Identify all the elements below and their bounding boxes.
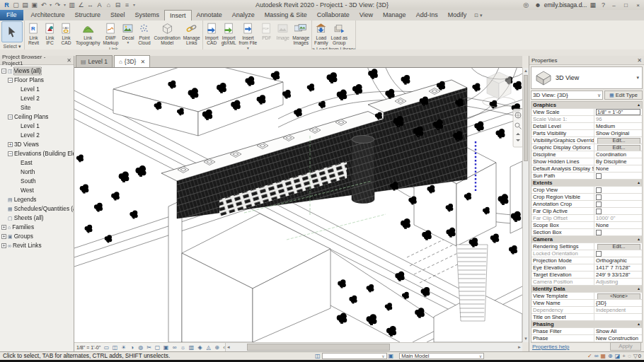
expand-icon[interactable]: + xyxy=(8,142,13,147)
browser-item-sheets-all[interactable]: ▢Sheets (all) xyxy=(0,214,74,223)
browser-item-east[interactable]: East xyxy=(0,158,74,168)
property-row-title-on-sheet[interactable]: Title on Sheet xyxy=(531,314,642,321)
checkbox-section-box[interactable] xyxy=(596,230,602,235)
link-topography-button[interactable]: LinkTopography xyxy=(74,21,101,46)
property-row-phase-filter[interactable]: Phase FilterShow All xyxy=(531,328,642,335)
coordination-model-button[interactable]: CoordinationModel xyxy=(152,21,181,46)
browser-item-elevations-building-elevation[interactable]: −Elevations (Building Elevation) xyxy=(0,149,74,158)
ribbon-tab-collaborate[interactable]: Collaborate xyxy=(312,10,355,21)
vertical-scroll-thumb[interactable] xyxy=(524,75,528,161)
print-icon[interactable]: ▥ xyxy=(67,1,76,9)
background-processes-icon[interactable]: ◌ xyxy=(628,353,631,359)
analytical-model-icon[interactable]: ◬ xyxy=(205,344,212,351)
view-tab-level-1[interactable]: ▤Level 1 xyxy=(76,55,113,67)
browser-item-level-2[interactable]: Level 2 xyxy=(0,131,74,140)
worksharing-display-icon[interactable]: ▥ xyxy=(188,344,195,351)
import-cad-button[interactable]: ImportCAD xyxy=(204,21,220,50)
scroll-down-icon[interactable]: ▼ xyxy=(523,336,529,342)
ribbon-tab-analyze[interactable]: Analyze xyxy=(227,10,260,21)
property-button-visibility-graphics-overrides[interactable]: Edit... xyxy=(597,138,640,144)
section-collapse-icon[interactable]: ▴ xyxy=(638,236,642,243)
browser-item-level-1[interactable]: Level 1 xyxy=(0,85,74,94)
property-row-target-elevation[interactable]: Target Elevation249' 9 33/128" xyxy=(531,272,642,279)
instance-selector[interactable]: 3D View: {3D} ∨ xyxy=(531,90,603,100)
vertical-scrollbar[interactable]: ▲ ▼ xyxy=(522,68,529,342)
modify-button[interactable] xyxy=(1,21,23,42)
property-row-section-box[interactable]: Section Box xyxy=(531,229,642,236)
minimize-button[interactable]: – xyxy=(608,2,620,8)
type-selector[interactable]: 3D View ▾ xyxy=(531,66,643,89)
property-row-discipline[interactable]: DisciplineCoordination xyxy=(531,151,642,158)
editable-only-icon[interactable]: ✓ xyxy=(587,353,592,359)
undo-menu-icon[interactable]: ▾ xyxy=(48,1,53,9)
checkbox-far-clip-active[interactable] xyxy=(596,209,602,214)
checkbox-crop-view[interactable] xyxy=(596,187,602,193)
detail-level-icon[interactable]: ▭ xyxy=(103,344,110,351)
edit-type-button[interactable]: ▦ Edit Type xyxy=(604,90,643,100)
browser-item-level-2[interactable]: Level 2 xyxy=(0,94,74,103)
show-crop-region-icon[interactable]: ▢ xyxy=(154,344,161,351)
view-tab-3d[interactable]: ⌂{3D}✕ xyxy=(114,55,150,67)
property-input-view-scale[interactable]: 1/8" = 1'-0" xyxy=(596,109,640,115)
visual-style-icon[interactable]: ◫ xyxy=(111,344,119,351)
collapse-icon[interactable]: − xyxy=(8,115,13,119)
measure-icon[interactable]: ∠ xyxy=(76,1,86,9)
property-button-view-template[interactable]: <None> xyxy=(597,293,640,299)
view-tab-close-icon[interactable]: ✕ xyxy=(140,59,145,65)
browser-item-south[interactable]: South xyxy=(0,177,74,186)
design-option-select[interactable]: Main Model ∨ xyxy=(399,353,484,359)
unlock-view-icon[interactable]: ▣ xyxy=(162,344,170,351)
property-row-detail-level[interactable]: Detail LevelMedium xyxy=(531,123,642,130)
link-ifc-button[interactable]: LinkIFC xyxy=(42,21,58,46)
property-row-dependency[interactable]: DependencyIndependent xyxy=(531,307,642,314)
redo-menu-icon[interactable]: ▾ xyxy=(62,1,67,9)
project-browser-close-icon[interactable]: ✕ xyxy=(67,57,71,64)
account-icon[interactable]: ☻ xyxy=(534,1,541,8)
ribbon-tab-manage[interactable]: Manage xyxy=(378,10,411,21)
thin-lines-icon[interactable]: ≡ xyxy=(122,1,132,9)
type-selector-dropdown-icon[interactable]: ▾ xyxy=(636,75,639,81)
ribbon-tab-steel[interactable]: Steel xyxy=(105,10,130,21)
dimension-icon[interactable]: ↔ xyxy=(86,1,95,9)
horizontal-scrollbar[interactable]: ◄ ► xyxy=(225,343,522,351)
select-pinned-icon[interactable]: ⊕ xyxy=(608,353,613,359)
property-row-visibility-graphics-overrides[interactable]: Visibility/Graphics OverridesEdit... xyxy=(531,137,642,144)
property-row-view-name[interactable]: View Name{3D} xyxy=(531,300,642,307)
ribbon-tab-insert[interactable]: Insert xyxy=(164,10,192,21)
property-row-far-clip-offset[interactable]: Far Clip Offset1000' 0" xyxy=(531,215,642,222)
section-collapse-icon[interactable]: ▴ xyxy=(638,180,642,186)
property-row-camera-position[interactable]: Camera PositionAdjusting xyxy=(531,279,642,286)
property-row-scale-value-1[interactable]: Scale Value 1:96 xyxy=(531,116,642,123)
checkbox-sun-path[interactable] xyxy=(596,173,602,179)
section-collapse-icon[interactable]: ▴ xyxy=(638,321,642,327)
property-row-projection-mode[interactable]: Projection ModeOrthographic xyxy=(531,257,642,264)
browser-item-ceiling-plans[interactable]: −Ceiling Plans xyxy=(0,112,74,122)
text-icon[interactable]: A xyxy=(95,1,104,9)
section-collapse-icon[interactable]: ▴ xyxy=(638,286,642,292)
select-by-face-icon[interactable]: ◪ xyxy=(615,353,621,359)
signed-in-user[interactable]: emily.bisaga.d... xyxy=(544,1,587,8)
collapse-icon[interactable]: − xyxy=(1,69,6,74)
ribbon-tab-massing-site[interactable]: Massing & Site xyxy=(260,10,312,21)
property-row-graphic-display-options[interactable]: Graphic Display OptionsEdit... xyxy=(531,144,642,151)
browser-item-groups[interactable]: +▣Groups xyxy=(0,232,74,241)
browser-item-site[interactable]: Site xyxy=(0,103,74,112)
reveal-hidden-elements-icon[interactable]: ☼ xyxy=(179,344,187,351)
expand-icon[interactable]: + xyxy=(1,234,6,239)
property-row-far-clip-active[interactable]: Far Clip Active xyxy=(531,208,642,215)
select-dropdown[interactable]: Select ▾ xyxy=(4,44,21,49)
browser-item-revit-links[interactable]: +∞Revit Links xyxy=(0,241,74,250)
section-icon[interactable]: ⊟ xyxy=(113,1,122,9)
horizontal-scroll-thumb[interactable] xyxy=(247,344,390,351)
design-options-icon[interactable]: ▣ xyxy=(389,353,394,359)
cart-icon[interactable]: ▦ xyxy=(590,1,596,8)
sun-path-icon[interactable]: ☀ xyxy=(120,344,127,351)
ribbon-tab-architecture[interactable]: Architecture xyxy=(26,10,70,21)
manage-images-button[interactable]: ManageImages xyxy=(291,21,311,50)
ribbon-tab-modify[interactable]: Modify xyxy=(443,10,472,21)
properties-help-link[interactable]: Properties help xyxy=(532,344,569,350)
view-scale-control[interactable]: 1/8" = 1'-0" xyxy=(76,345,100,350)
browser-item-legends[interactable]: ▤Legends xyxy=(0,195,74,204)
browser-item-families[interactable]: +⌂Families xyxy=(0,223,74,232)
properties-close-icon[interactable]: ✕ xyxy=(637,57,642,64)
